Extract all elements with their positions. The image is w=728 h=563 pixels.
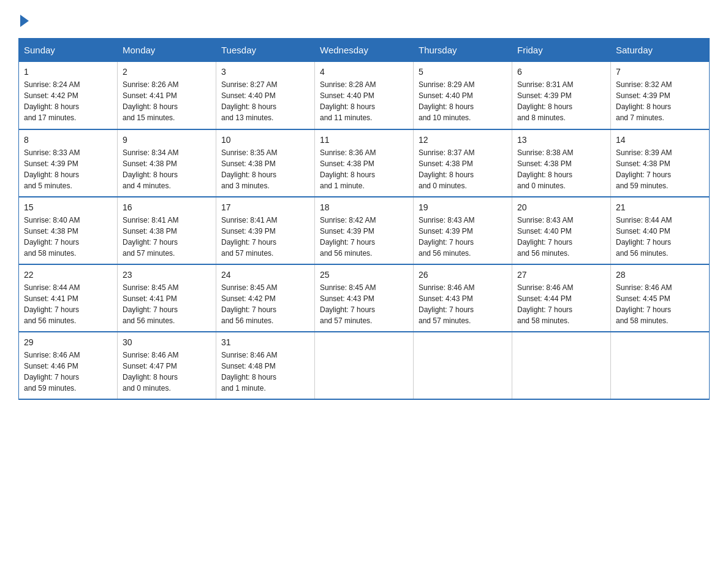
day-number: 28 bbox=[616, 270, 704, 280]
calendar-day-cell: 11Sunrise: 8:36 AM Sunset: 4:38 PM Dayli… bbox=[315, 129, 414, 197]
calendar-day-cell bbox=[414, 332, 512, 399]
day-info: Sunrise: 8:24 AM Sunset: 4:42 PM Dayligh… bbox=[24, 79, 112, 123]
calendar-week-row: 29Sunrise: 8:46 AM Sunset: 4:46 PM Dayli… bbox=[19, 332, 710, 399]
day-info: Sunrise: 8:45 AM Sunset: 4:42 PM Dayligh… bbox=[221, 282, 309, 326]
day-number: 12 bbox=[419, 135, 507, 145]
day-number: 23 bbox=[123, 270, 211, 280]
calendar-day-cell: 20Sunrise: 8:43 AM Sunset: 4:40 PM Dayli… bbox=[512, 197, 611, 264]
day-info: Sunrise: 8:43 AM Sunset: 4:39 PM Dayligh… bbox=[419, 215, 507, 259]
day-number: 26 bbox=[419, 270, 507, 280]
day-info: Sunrise: 8:38 AM Sunset: 4:38 PM Dayligh… bbox=[517, 147, 605, 191]
calendar-day-cell bbox=[512, 332, 611, 399]
calendar-day-cell: 18Sunrise: 8:42 AM Sunset: 4:39 PM Dayli… bbox=[315, 197, 414, 264]
calendar-day-cell: 29Sunrise: 8:46 AM Sunset: 4:46 PM Dayli… bbox=[19, 332, 118, 399]
day-info: Sunrise: 8:46 AM Sunset: 4:46 PM Dayligh… bbox=[24, 350, 112, 394]
day-number: 13 bbox=[517, 135, 605, 145]
day-of-week-header: Tuesday bbox=[216, 39, 315, 62]
calendar-header-row: SundayMondayTuesdayWednesdayThursdayFrid… bbox=[19, 39, 710, 62]
day-info: Sunrise: 8:44 AM Sunset: 4:41 PM Dayligh… bbox=[24, 282, 112, 326]
day-info: Sunrise: 8:28 AM Sunset: 4:40 PM Dayligh… bbox=[320, 79, 408, 123]
day-number: 29 bbox=[24, 337, 112, 347]
calendar-day-cell: 6Sunrise: 8:31 AM Sunset: 4:39 PM Daylig… bbox=[512, 62, 611, 129]
day-info: Sunrise: 8:46 AM Sunset: 4:43 PM Dayligh… bbox=[419, 282, 507, 326]
day-of-week-header: Sunday bbox=[19, 39, 118, 62]
day-number: 8 bbox=[24, 135, 112, 145]
day-info: Sunrise: 8:36 AM Sunset: 4:38 PM Dayligh… bbox=[320, 147, 408, 191]
logo bbox=[18, 12, 29, 26]
day-of-week-header: Wednesday bbox=[315, 39, 414, 62]
day-info: Sunrise: 8:35 AM Sunset: 4:38 PM Dayligh… bbox=[221, 147, 309, 191]
calendar-week-row: 22Sunrise: 8:44 AM Sunset: 4:41 PM Dayli… bbox=[19, 264, 710, 332]
calendar-day-cell: 21Sunrise: 8:44 AM Sunset: 4:40 PM Dayli… bbox=[611, 197, 710, 264]
day-number: 2 bbox=[123, 67, 211, 77]
calendar-day-cell: 3Sunrise: 8:27 AM Sunset: 4:40 PM Daylig… bbox=[216, 62, 315, 129]
day-of-week-header: Saturday bbox=[611, 39, 710, 62]
day-number: 3 bbox=[221, 67, 309, 77]
day-info: Sunrise: 8:26 AM Sunset: 4:41 PM Dayligh… bbox=[123, 79, 211, 123]
calendar-day-cell: 10Sunrise: 8:35 AM Sunset: 4:38 PM Dayli… bbox=[216, 129, 315, 197]
day-info: Sunrise: 8:29 AM Sunset: 4:40 PM Dayligh… bbox=[419, 79, 507, 123]
day-number: 4 bbox=[320, 67, 408, 77]
day-info: Sunrise: 8:46 AM Sunset: 4:47 PM Dayligh… bbox=[123, 350, 211, 394]
calendar-day-cell: 25Sunrise: 8:45 AM Sunset: 4:43 PM Dayli… bbox=[315, 264, 414, 332]
day-number: 11 bbox=[320, 135, 408, 145]
day-info: Sunrise: 8:42 AM Sunset: 4:39 PM Dayligh… bbox=[320, 215, 408, 259]
day-info: Sunrise: 8:41 AM Sunset: 4:38 PM Dayligh… bbox=[123, 215, 211, 259]
day-info: Sunrise: 8:44 AM Sunset: 4:40 PM Dayligh… bbox=[616, 215, 704, 259]
day-info: Sunrise: 8:46 AM Sunset: 4:45 PM Dayligh… bbox=[616, 282, 704, 326]
page-header bbox=[18, 12, 710, 26]
calendar-week-row: 15Sunrise: 8:40 AM Sunset: 4:38 PM Dayli… bbox=[19, 197, 710, 264]
day-number: 24 bbox=[221, 270, 309, 280]
day-info: Sunrise: 8:45 AM Sunset: 4:43 PM Dayligh… bbox=[320, 282, 408, 326]
calendar-day-cell: 7Sunrise: 8:32 AM Sunset: 4:39 PM Daylig… bbox=[611, 62, 710, 129]
day-number: 19 bbox=[419, 202, 507, 212]
day-number: 15 bbox=[24, 202, 112, 212]
day-of-week-header: Friday bbox=[512, 39, 611, 62]
logo-arrow-icon bbox=[20, 15, 29, 27]
day-info: Sunrise: 8:39 AM Sunset: 4:38 PM Dayligh… bbox=[616, 147, 704, 191]
day-number: 17 bbox=[221, 202, 309, 212]
day-info: Sunrise: 8:40 AM Sunset: 4:38 PM Dayligh… bbox=[24, 215, 112, 259]
day-number: 21 bbox=[616, 202, 704, 212]
day-number: 6 bbox=[517, 67, 605, 77]
calendar-day-cell: 30Sunrise: 8:46 AM Sunset: 4:47 PM Dayli… bbox=[118, 332, 216, 399]
calendar-day-cell: 26Sunrise: 8:46 AM Sunset: 4:43 PM Dayli… bbox=[414, 264, 512, 332]
calendar-day-cell bbox=[315, 332, 414, 399]
day-number: 22 bbox=[24, 270, 112, 280]
day-info: Sunrise: 8:41 AM Sunset: 4:39 PM Dayligh… bbox=[221, 215, 309, 259]
day-info: Sunrise: 8:46 AM Sunset: 4:44 PM Dayligh… bbox=[517, 282, 605, 326]
day-number: 16 bbox=[123, 202, 211, 212]
calendar-table: SundayMondayTuesdayWednesdayThursdayFrid… bbox=[18, 38, 710, 400]
day-info: Sunrise: 8:32 AM Sunset: 4:39 PM Dayligh… bbox=[616, 79, 704, 123]
day-of-week-header: Thursday bbox=[414, 39, 512, 62]
calendar-week-row: 8Sunrise: 8:33 AM Sunset: 4:39 PM Daylig… bbox=[19, 129, 710, 197]
day-number: 18 bbox=[320, 202, 408, 212]
day-info: Sunrise: 8:33 AM Sunset: 4:39 PM Dayligh… bbox=[24, 147, 112, 191]
day-info: Sunrise: 8:34 AM Sunset: 4:38 PM Dayligh… bbox=[123, 147, 211, 191]
calendar-day-cell: 4Sunrise: 8:28 AM Sunset: 4:40 PM Daylig… bbox=[315, 62, 414, 129]
day-number: 5 bbox=[419, 67, 507, 77]
day-number: 27 bbox=[517, 270, 605, 280]
day-number: 1 bbox=[24, 67, 112, 77]
calendar-day-cell: 31Sunrise: 8:46 AM Sunset: 4:48 PM Dayli… bbox=[216, 332, 315, 399]
calendar-day-cell: 8Sunrise: 8:33 AM Sunset: 4:39 PM Daylig… bbox=[19, 129, 118, 197]
calendar-week-row: 1Sunrise: 8:24 AM Sunset: 4:42 PM Daylig… bbox=[19, 62, 710, 129]
day-info: Sunrise: 8:27 AM Sunset: 4:40 PM Dayligh… bbox=[221, 79, 309, 123]
day-number: 20 bbox=[517, 202, 605, 212]
calendar-day-cell: 2Sunrise: 8:26 AM Sunset: 4:41 PM Daylig… bbox=[118, 62, 216, 129]
day-number: 9 bbox=[123, 135, 211, 145]
calendar-day-cell: 15Sunrise: 8:40 AM Sunset: 4:38 PM Dayli… bbox=[19, 197, 118, 264]
calendar-day-cell: 13Sunrise: 8:38 AM Sunset: 4:38 PM Dayli… bbox=[512, 129, 611, 197]
calendar-day-cell: 28Sunrise: 8:46 AM Sunset: 4:45 PM Dayli… bbox=[611, 264, 710, 332]
day-info: Sunrise: 8:45 AM Sunset: 4:41 PM Dayligh… bbox=[123, 282, 211, 326]
day-number: 14 bbox=[616, 135, 704, 145]
day-info: Sunrise: 8:43 AM Sunset: 4:40 PM Dayligh… bbox=[517, 215, 605, 259]
calendar-day-cell: 14Sunrise: 8:39 AM Sunset: 4:38 PM Dayli… bbox=[611, 129, 710, 197]
calendar-day-cell: 22Sunrise: 8:44 AM Sunset: 4:41 PM Dayli… bbox=[19, 264, 118, 332]
day-number: 10 bbox=[221, 135, 309, 145]
calendar-day-cell: 9Sunrise: 8:34 AM Sunset: 4:38 PM Daylig… bbox=[118, 129, 216, 197]
calendar-day-cell: 5Sunrise: 8:29 AM Sunset: 4:40 PM Daylig… bbox=[414, 62, 512, 129]
calendar-day-cell: 19Sunrise: 8:43 AM Sunset: 4:39 PM Dayli… bbox=[414, 197, 512, 264]
calendar-day-cell: 16Sunrise: 8:41 AM Sunset: 4:38 PM Dayli… bbox=[118, 197, 216, 264]
day-number: 7 bbox=[616, 67, 704, 77]
